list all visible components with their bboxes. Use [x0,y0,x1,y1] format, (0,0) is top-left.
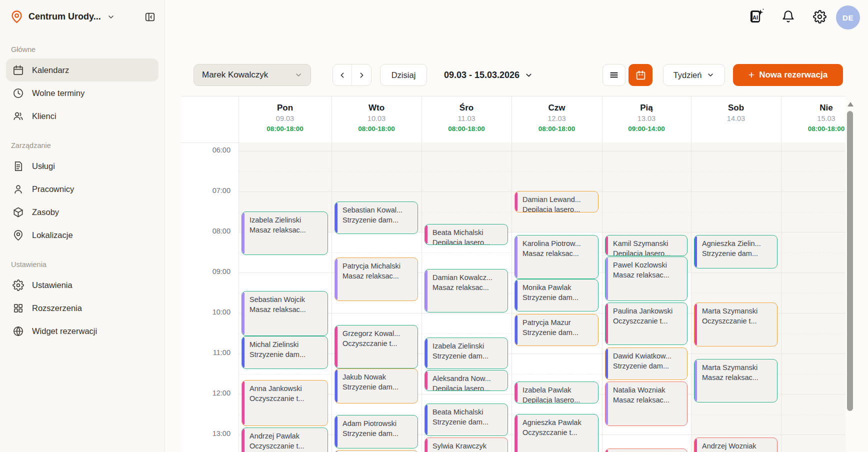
calendar-event[interactable]: Andrzej Wozniak [694,438,778,452]
gear-icon[interactable] [810,7,829,26]
new-booking-label: Nowa rezerwacja [759,70,828,80]
calendar-event[interactable]: Natalia WozniakMasaz relaksac... [605,382,688,426]
calendar-event[interactable]: Damian Lewand...Depilacja lasero... [514,191,598,212]
avatar[interactable]: DE [836,6,860,30]
calendar-event[interactable]: Agnieszka PawlakOczyszczanie t... [514,414,598,452]
sidebar-item-label: Ustawienia [32,280,72,290]
event-service: Strzyzenie dam... [522,328,594,338]
scrollbar-thumb[interactable] [847,111,853,411]
event-category-bar [514,382,518,402]
sidebar-item-uslugi[interactable]: Usługi [6,154,158,178]
clock-icon [12,88,24,99]
calendar-event[interactable]: Michal ZielinskiStrzyzenie dam... [242,336,328,369]
sidebar-item-rozszerzenia[interactable]: Rozszerzenia [6,296,158,320]
date-range-selector[interactable]: 09.03 - 15.03.2026 [444,64,533,86]
app-window: Centrum Urody... GłówneKalendarzWolne te… [0,0,868,452]
prev-week-button[interactable] [333,64,352,86]
list-view-button[interactable] [602,64,626,86]
workspace-selector[interactable]: Centrum Urody... [0,0,164,24]
calendar-event[interactable]: Jakub NowakStrzyzenie dam... [334,368,418,404]
event-service: Depilacja lasero... [432,384,504,391]
sidebar-item-widget-rezerwacji[interactable]: Widget rezerwacji [6,320,158,342]
calendar-event[interactable]: Monika PawlakStrzyzenie dam... [514,279,598,312]
event-category-bar [605,382,608,425]
calendar-event[interactable]: Izabela ZielinskiMasaz relaksac... [242,212,328,255]
event-service: Masaz relaksac... [250,304,324,314]
event-client: Damian Kowalcz... [432,272,504,282]
collapse-sidebar-icon[interactable] [144,12,156,22]
sidebar-section: ZarządzanieUsługiPracownicyZasobyLokaliz… [6,142,158,246]
calendar-event[interactable]: Kamil SzymanskiDepilacja lasero... [605,235,688,256]
event-service: Masaz relaksac... [613,395,683,405]
sidebar-section-label: Ustawienia [6,260,158,274]
sidebar-item-klienci[interactable]: Klienci [6,104,158,128]
calendar-event[interactable]: Izabela PawlakDepilacja lasero... [514,382,598,404]
event-category-bar [694,304,697,346]
calendar-event[interactable]: Sebastian Kowal...Strzyzenie dam... [334,202,418,234]
calendar-event[interactable]: Karolina Piotrow...Masaz relaksac... [514,235,598,279]
user-icon [12,184,24,195]
sidebar-item-zasoby[interactable]: Zasoby [6,200,158,224]
calendar-view-button[interactable] [628,64,652,86]
sidebar-item-kalendarz[interactable]: Kalendarz [6,58,158,82]
event-service: Strzyzenie dam... [702,248,773,258]
new-booking-button[interactable]: + Nowa rezerwacja [733,64,843,86]
time-label: 08:00 [182,227,230,235]
calendar-event[interactable]: Adam PiotrowskiStrzyzenie dam... [334,415,418,448]
sidebar-item-label: Lokalizacje [32,230,73,240]
event-service: Strzyzenie dam... [342,428,414,438]
event-service: Oczyszczanie t... [613,316,683,326]
event-category-bar [605,236,608,255]
event-client: Aleksandra Now... [432,374,504,384]
view-mode-selector[interactable]: Tydzień [663,64,725,86]
event-service: Oczyszczanie t... [250,441,324,451]
event-service: Strzyzenie dam... [432,351,504,361]
event-category-bar [334,416,338,448]
calendar-event[interactable]: Damian Kowalcz...Masaz relaksac... [424,269,508,312]
calendar-event[interactable]: Beata MichalskiDepilacja lasero... [424,224,508,245]
calendar-event[interactable]: Aleksandra Now...Depilacja lasero... [424,370,508,391]
event-client: Izabela Pawlak [522,385,594,395]
calendar-event[interactable] [605,448,688,452]
calendar-event[interactable]: Marta SzymanskiMasaz relaksac... [694,359,778,402]
calendar-event[interactable]: Sylwia Krawczyk [424,438,508,452]
event-client: Jakub Nowak [342,372,414,382]
sidebar-item-pracownicy[interactable]: Pracownicy [6,178,158,200]
calendar-event[interactable]: Beata MichalskiStrzyzenie dam... [424,404,508,436]
calendar-event[interactable]: Agnieszka Zielin...Strzyzenie dam... [694,235,778,268]
view-mode-value: Tydzień [674,70,702,80]
event-category-bar [694,360,697,402]
calendar-event[interactable]: Izabela ZielinskiStrzyzenie dam... [424,338,508,369]
calendar-event[interactable]: Paulina JankowskiOczyszczanie t... [605,302,688,345]
bell-icon[interactable] [778,7,798,26]
event-service: Masaz relaksac... [342,271,414,281]
event-client: Patrycja Mazur [522,318,594,328]
calendar-event[interactable]: Dawid Kwiatkow...Strzyzenie dam... [605,348,688,380]
sidebar-item-ustawienia[interactable]: Ustawienia [6,274,158,296]
calendar-event[interactable]: Anna JankowskiOczyszczanie t... [242,380,328,426]
calendar-event[interactable] [334,450,418,452]
sidebar-item-lokalizacje[interactable]: Lokalizacje [6,224,158,246]
staff-selector[interactable]: Marek Kowalczyk [194,64,311,86]
calendar-event[interactable]: Patrycja MazurStrzyzenie dam... [514,314,598,346]
scrollbar-up-arrow[interactable] [848,102,854,106]
event-client: Marta Szymanski [702,306,773,316]
event-service: Strzyzenie dam... [432,417,504,427]
event-service: Depilacja lasero... [522,204,594,212]
next-week-button[interactable] [352,64,371,86]
calendar-event[interactable]: Grzegorz Kowal...Oczyszczanie t... [334,325,418,368]
sidebar-item-wolne-terminy[interactable]: Wolne terminy [6,82,158,104]
today-button[interactable]: Dzisiaj [380,64,427,86]
chevron-down-icon [524,71,533,80]
event-service: Oczyszczanie t... [702,316,773,326]
chevron-down-icon [107,13,115,21]
calendar-event[interactable]: Marta SzymanskiOczyszczanie t... [694,302,778,346]
event-client: Paulina Jankowski [613,306,683,316]
sidebar-section-label: Zarządzanie [6,142,158,154]
calendar-event[interactable]: Sebastian WojcikMasaz relaksac... [242,291,328,336]
calendar-event[interactable]: Pawel KozlowskiMasaz relaksac... [605,256,688,301]
calendar-event[interactable]: Andrzej PawlakOczyszczanie t... [242,428,328,452]
calendar-event[interactable]: Patrycja MichalskiMasaz relaksac... [334,258,418,301]
ai-assistant-button[interactable]: AI [747,7,766,26]
grid-vline [781,96,782,452]
